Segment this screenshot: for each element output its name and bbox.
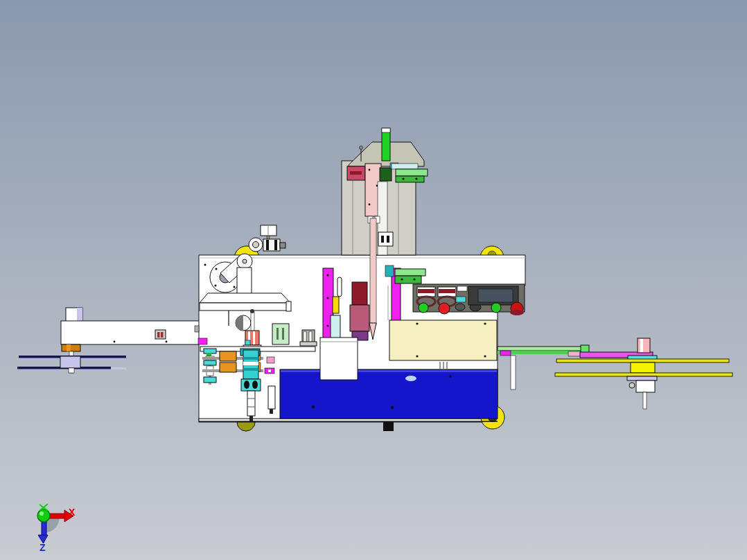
- pivot-bracket: [237, 268, 252, 294]
- bracket-post: [304, 331, 306, 342]
- roller-cyan-band: [245, 340, 250, 345]
- left-spool-cylinder-shade: [77, 308, 82, 322]
- rod-knob: [250, 309, 254, 313]
- table-bar-cap: [286, 301, 291, 311]
- rewinder-shaft: [643, 392, 647, 409]
- side-knob: [195, 326, 199, 332]
- green-gripper-block[interactable]: [380, 168, 392, 181]
- lcd-screen[interactable]: [478, 289, 513, 302]
- vent-icon: [155, 330, 166, 339]
- bracket-screw: [629, 383, 635, 388]
- pink-tab: [568, 351, 581, 356]
- bolt-dot: [312, 405, 315, 408]
- pale-yellow-plate[interactable]: [389, 320, 497, 360]
- left-reel-ring-hl: [67, 344, 71, 351]
- linear-rail-lower[interactable]: [396, 176, 424, 182]
- left-arm[interactable]: [61, 321, 204, 344]
- outfeed-plate-top[interactable]: [498, 347, 588, 351]
- screw-dot: [484, 322, 486, 324]
- blue-guard-highlight: [281, 370, 497, 372]
- origin-ball[interactable]: [37, 509, 50, 522]
- vent-bar: [161, 332, 164, 338]
- head-port: [252, 380, 258, 389]
- screw-dot: [166, 341, 168, 343]
- clamp-tip: [280, 243, 285, 248]
- crank-pulley-bore: [243, 259, 247, 263]
- pink-guide-rail: [370, 218, 376, 324]
- left-reel-hub-foot: [69, 368, 74, 373]
- control-panel[interactable]: [413, 284, 525, 315]
- bolt-dot: [234, 286, 236, 288]
- spindle-band: [243, 357, 258, 360]
- estop-base: [510, 310, 524, 315]
- origin-ball-highlight: [39, 511, 44, 516]
- meter-2-bar: [439, 289, 455, 293]
- screw-dot: [369, 204, 371, 206]
- table-top[interactable]: [200, 293, 290, 303]
- fitting-stripe: [268, 369, 271, 372]
- axis-triad[interactable]: X Z: [37, 504, 76, 553]
- pink-fitting: [267, 357, 274, 363]
- yellow-strip: [333, 297, 339, 313]
- vertical-green-slide[interactable]: [382, 128, 390, 161]
- bottom-parts[interactable]: [199, 421, 498, 431]
- right-reel-hub[interactable]: [631, 362, 655, 373]
- crimson-block-slot: [350, 171, 362, 175]
- cylinder-highlight: [640, 339, 643, 352]
- orange-clamp-block[interactable]: [220, 362, 236, 372]
- left-reel-hub[interactable]: [60, 356, 80, 368]
- knurled-knob-center: [253, 242, 259, 248]
- dark-red-block[interactable]: [352, 282, 367, 305]
- orange-clamp-block[interactable]: [220, 351, 236, 361]
- left-reel-ring[interactable]: [62, 344, 80, 351]
- screw-dot: [416, 322, 418, 324]
- plate-slot: [282, 328, 284, 340]
- green-slide-cap: [382, 128, 390, 132]
- red-pushbutton[interactable]: [439, 303, 450, 314]
- model-canvas[interactable]: X Z: [0, 0, 747, 560]
- needle-tip: [249, 416, 253, 421]
- screw-dot: [415, 177, 417, 180]
- clamp-ring: [274, 240, 277, 250]
- x-axis-label: X: [69, 507, 76, 518]
- rewinder-lower-flange: [627, 376, 657, 380]
- label-head-tower[interactable]: [342, 128, 428, 255]
- right-rewinder-assembly[interactable]: [498, 338, 732, 409]
- right-reel-disc-bottom[interactable]: [555, 373, 732, 376]
- cyan-pale-plate: [331, 315, 340, 340]
- needle-cylinder[interactable]: [247, 391, 255, 416]
- linear-rail-upper[interactable]: [396, 169, 428, 176]
- screw-dot: [369, 169, 371, 171]
- green-pushbutton-2[interactable]: [491, 303, 501, 313]
- linear-rail-mid-upper[interactable]: [395, 269, 425, 276]
- right-reel-disc-top[interactable]: [556, 359, 729, 362]
- cad-viewport[interactable]: X Z: [0, 0, 747, 560]
- screw-dot: [114, 341, 116, 343]
- cyan-switch[interactable]: [456, 297, 466, 302]
- spindle-band: [243, 368, 258, 371]
- bottom-left-wheel[interactable]: [237, 422, 255, 431]
- blue-guard[interactable]: [280, 369, 498, 419]
- threaded-rod: [251, 312, 254, 333]
- stack-green-bit: [206, 353, 211, 356]
- support-post: [511, 356, 516, 390]
- rewinder-bracket: [636, 380, 655, 392]
- front-junction-box[interactable]: [320, 338, 358, 380]
- teal-fitting: [385, 265, 394, 277]
- left-unwinder-assembly[interactable]: [17, 308, 204, 373]
- side-tab-magenta: [198, 338, 207, 344]
- rewinder-top-cylinder[interactable]: [638, 338, 650, 353]
- needle-cylinder-2[interactable]: [268, 386, 275, 409]
- green-pushbutton[interactable]: [419, 303, 428, 313]
- screw-dot: [413, 278, 415, 280]
- mauve-block[interactable]: [350, 305, 369, 331]
- top-clamp-assembly[interactable]: [249, 225, 285, 252]
- bolt-dot: [391, 406, 394, 409]
- green-slot-plate[interactable]: [272, 324, 289, 344]
- blue-guard-panel[interactable]: [280, 369, 498, 419]
- black-foot: [383, 422, 394, 431]
- gray-knob[interactable]: [455, 304, 465, 310]
- white-post: [337, 277, 342, 297]
- screw-dot: [204, 264, 206, 266]
- linear-rail-mid-lower[interactable]: [395, 276, 421, 283]
